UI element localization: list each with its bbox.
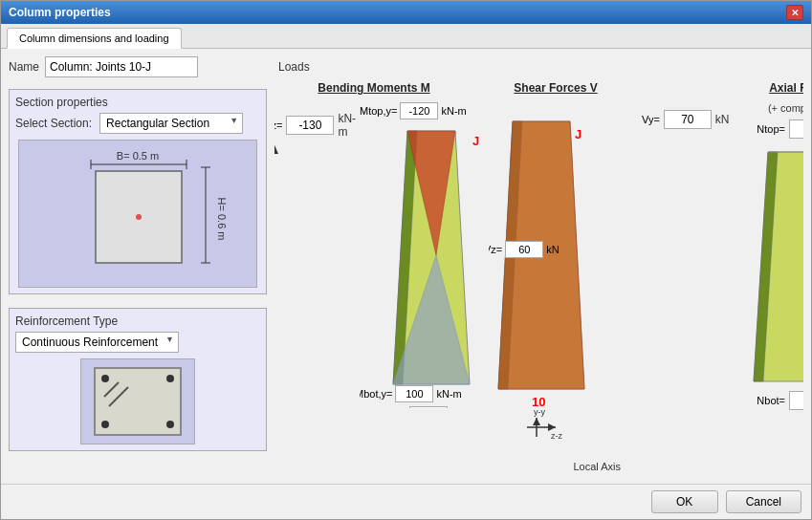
vy-input[interactable] [664, 110, 712, 129]
shear-title: Shear Forces V [514, 81, 597, 95]
ntop-input[interactable] [789, 119, 803, 139]
vy-row: Vy= kN [642, 110, 730, 129]
loads-title: Loads [278, 60, 800, 74]
axial-title: Axial Force N [769, 81, 803, 95]
main-window: Column properties ✕ Column dimensions an… [0, 0, 812, 520]
rebar-svg [90, 363, 186, 440]
name-row: Name [9, 56, 267, 77]
reinforcement-select-wrapper: Continuous Reinforcement Discrete Reinfo… [15, 332, 179, 353]
axial-svg [749, 142, 803, 391]
select-label: Select Section: [15, 117, 92, 130]
mtop-z-input[interactable] [286, 116, 334, 135]
vz-input[interactable] [505, 241, 543, 258]
svg-marker-31 [548, 423, 556, 431]
nbot-label: Nbot= [757, 395, 785, 406]
svg-point-12 [101, 421, 109, 428]
reinforcement-type-label: Reinforcement Type [15, 314, 260, 328]
mtop-z-label: Mtop,z= [274, 119, 282, 131]
section-properties-group: Section properties Select Section: Recta… [9, 89, 267, 294]
tab-bar: Column dimensions and loading [1, 24, 811, 49]
vy-section: Vy= kN [642, 110, 730, 129]
shear-svg: J Vz= kN 10 [489, 102, 623, 466]
section-preview: B= 0.5 m H= 0.6 m [18, 140, 257, 288]
mtop-z-unit: kN-m [338, 112, 356, 139]
ntop-label: Ntop= [757, 123, 785, 135]
column-arrow-svg [274, 142, 302, 410]
mbot-y-input[interactable] [396, 385, 434, 402]
shear-forces-section: Shear Forces V J Vz= [489, 81, 623, 466]
bending-moments-section: Bending Moments M Mtop,z= kN-m [278, 81, 470, 411]
reinforcement-dropdown[interactable]: Continuous Reinforcement Discrete Reinfo… [15, 332, 179, 353]
reinforcement-type-group: Reinforcement Type Continuous Reinforcem… [9, 308, 267, 451]
footer: OK Cancel [1, 484, 811, 519]
mtop-z-row: Mtop,z= kN-m [274, 112, 356, 139]
svg-point-10 [101, 375, 109, 382]
svg-point-13 [166, 421, 174, 428]
vy-unit: kN [715, 113, 730, 126]
mtop-y-input[interactable] [401, 102, 439, 119]
name-input[interactable] [45, 56, 198, 77]
svg-text:y-y: y-y [534, 407, 545, 417]
svg-text:z-z: z-z [551, 431, 562, 441]
svg-text:J: J [575, 127, 582, 141]
main-content: Name Section properties Select Section: … [1, 49, 811, 484]
section-properties-label: Section properties [15, 96, 260, 109]
select-section-row: Select Section: Rectangular Section Circ… [15, 113, 260, 134]
svg-marker-17 [274, 142, 278, 154]
rebar-preview [80, 358, 195, 444]
axial-subtitle: (+ compression) [768, 102, 803, 114]
nbot-input[interactable] [789, 391, 803, 410]
title-bar: Column properties ✕ [1, 1, 811, 24]
cancel-button[interactable]: Cancel [726, 490, 801, 513]
title-bar-controls: ✕ [786, 5, 803, 20]
local-axis-label: Local Axis [573, 461, 621, 472]
svg-marker-30 [533, 418, 540, 425]
name-label: Name [9, 60, 39, 74]
vy-label: Vy= [642, 114, 660, 125]
svg-point-8 [136, 214, 142, 220]
left-panel: Name Section properties Select Section: … [9, 56, 267, 476]
bending-3d-svg: Mtop,y= kN-m [360, 102, 503, 408]
svg-text:H= 0.6 m: H= 0.6 m [216, 198, 228, 241]
right-panel: Loads Bending Moments M Mtop,z= kN-m [274, 56, 803, 476]
nbot-row: Nbot= kN [757, 391, 803, 410]
window-title: Column properties [9, 6, 111, 19]
svg-point-11 [166, 375, 174, 382]
reinforcement-select-row: Continuous Reinforcement Discrete Reinfo… [15, 332, 260, 353]
ntop-row: Ntop= kN [757, 119, 803, 139]
mbot-z-input[interactable] [410, 406, 449, 408]
close-button[interactable]: ✕ [786, 5, 803, 20]
select-section-wrapper: Rectangular Section Circular Section T-S… [99, 113, 243, 134]
select-section-dropdown[interactable]: Rectangular Section Circular Section T-S… [99, 113, 243, 134]
section-svg: H= 0.6 m [19, 141, 258, 289]
bending-title: Bending Moments M [318, 81, 429, 95]
axial-force-section: Axial Force N (+ compression) Ntop= kN [749, 81, 803, 410]
tab-dimensions-loading[interactable]: Column dimensions and loading [7, 28, 182, 49]
diagrams-area: Bending Moments M Mtop,z= kN-m [278, 81, 800, 472]
ok-button[interactable]: OK [651, 490, 718, 513]
svg-text:J: J [472, 134, 479, 148]
